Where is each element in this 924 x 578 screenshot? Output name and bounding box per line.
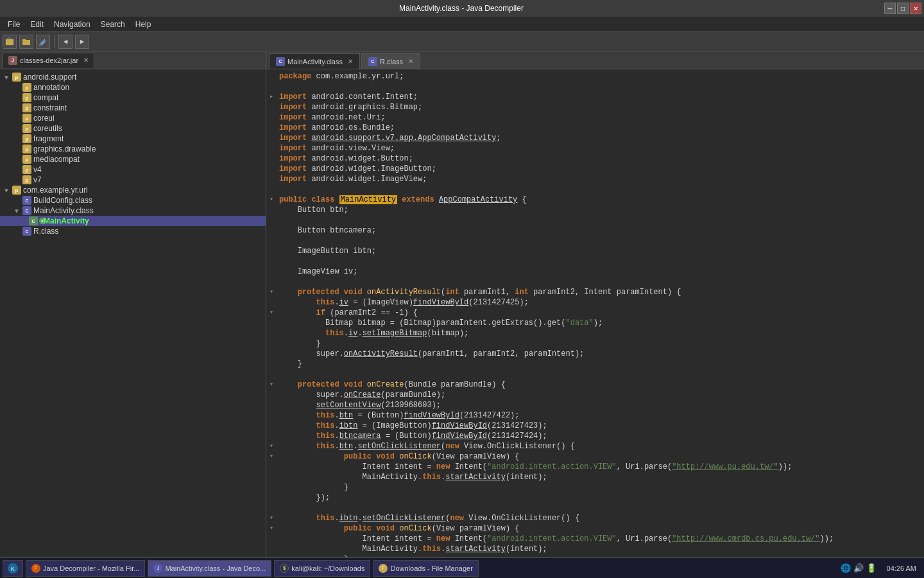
code-line-btn-onclick-close: } (266, 483, 924, 493)
code-line-btn-startactivity: MainActivity.this.startActivity(intent); (266, 473, 924, 483)
tree-item-com-example[interactable]: ▼ p com.example.yr.url (0, 185, 266, 195)
taskbar-firefox-label: Java Decompiler - Mozilla Fir... (43, 565, 139, 572)
fold-btn-if[interactable]: ▾ (266, 308, 277, 316)
fold-btn-onactresult[interactable]: ▾ (266, 288, 277, 295)
tree-toggle-constraint[interactable] (13, 104, 21, 112)
menu-edit[interactable]: Edit (25, 19, 49, 30)
tree-toggle-compat[interactable] (13, 94, 21, 101)
toolbar-folder-button[interactable] (19, 35, 33, 49)
tree-toggle-com-example[interactable]: ▼ (3, 186, 10, 194)
taskbar-firefox[interactable]: F Java Decompiler - Mozilla Fir... (26, 560, 145, 577)
tree-toggle-mainactivity[interactable]: ▼ (13, 207, 21, 215)
code-line-import4: import android.os.Bundle; (266, 123, 924, 134)
code-line-btn-assign: this.btn = (Button)findViewById(21314274… (266, 411, 924, 421)
package-icon: p (22, 155, 31, 164)
taskbar-filemanager-label: Downloads - File Manager (390, 565, 472, 572)
taskbar-jd-label: MainActivity.class - Java Deco... (165, 565, 266, 572)
taskbar-filemanager[interactable]: F Downloads - File Manager (373, 560, 478, 577)
tree-toggle-buildconfig[interactable] (13, 197, 21, 204)
tree-toggle-v4[interactable] (13, 166, 21, 173)
editor-tab-rclass-close[interactable]: ✕ (408, 58, 413, 65)
tree-item-annotation[interactable]: p annotation (0, 82, 266, 92)
fold-btn-import[interactable]: ▸ (266, 92, 277, 100)
tree-item-v4[interactable]: p v4 (0, 164, 266, 175)
tree-item-mainactivity-class[interactable]: ▼ C MainActivity.class (0, 206, 266, 216)
tree-item-android-support[interactable]: ▼ p android.support (0, 72, 266, 82)
tree-item-mediacompat[interactable]: p mediacompat (0, 154, 266, 164)
taskbar-kali-icon[interactable]: K (3, 560, 23, 577)
code-line-ibtn-intent: Intent intent = new Intent("android.inte… (266, 534, 924, 545)
tree-toggle-coreui[interactable] (13, 114, 21, 122)
package-icon: p (22, 175, 31, 184)
window-controls[interactable]: ─ □ ✕ (884, 3, 924, 14)
title-bar: MainActivity.class - Java Decompiler ─ □… (0, 0, 924, 17)
tree-item-graphics-drawable[interactable]: p graphics.drawable (0, 144, 266, 154)
tree-toggle-mediacompat[interactable] (13, 155, 21, 163)
code-line-import6: import android.view.View; (266, 144, 924, 154)
code-line-import5: import android.support.v7.app.AppCompatA… (266, 134, 924, 144)
editor-tab-rclass[interactable]: C R.class ✕ (361, 53, 420, 69)
tree-item-constraint[interactable]: p constraint (0, 103, 266, 113)
tree-toggle-annotation[interactable] (13, 83, 21, 91)
menu-file[interactable]: File (3, 19, 25, 30)
code-line-import3: import android.net.Uri; (266, 113, 924, 123)
tree-item-v7[interactable]: p v7 (0, 175, 266, 185)
toolbar-back-button[interactable]: ◀ (58, 35, 73, 49)
tree-item-buildconfig[interactable]: C BuildConfig.class (0, 195, 266, 206)
fold-btn-btn-onclick[interactable]: ▾ (266, 452, 277, 460)
package-icon: p (22, 114, 31, 123)
package-icon: p (22, 124, 31, 133)
tree-toggle-android-support[interactable]: ▼ (3, 73, 10, 81)
project-tab-close[interactable]: ✕ (83, 57, 89, 64)
minimize-button[interactable]: ─ (884, 3, 896, 14)
menu-navigation[interactable]: Navigation (49, 19, 96, 30)
tree-item-compat[interactable]: p compat (0, 92, 266, 103)
maximize-button[interactable]: □ (897, 3, 909, 14)
battery-icon: 🔋 (866, 563, 877, 574)
tree-toggle-v7[interactable] (13, 176, 21, 184)
project-tab[interactable]: J classes-dex2jar.jar ✕ (3, 53, 94, 68)
svg-rect-2 (22, 40, 30, 45)
code-line-blank1 (266, 82, 924, 92)
tree-item-mainactivity-inner[interactable]: C ● MainActivity (0, 216, 266, 226)
close-button[interactable]: ✕ (910, 3, 921, 14)
code-line-super-oncreate: super.onCreate(paramBundle); (266, 390, 924, 401)
tree-item-coreutils[interactable]: p coreutils (0, 123, 266, 134)
code-line-bitmap: Bitmap bitmap = (Bitmap)paramIntent.getE… (266, 319, 924, 329)
code-line-blank4 (266, 236, 924, 247)
taskbar-jd[interactable]: J MainActivity.class - Java Deco... (148, 560, 271, 577)
tree-toggle-coreutils[interactable] (13, 125, 21, 132)
tree-toggle-rclass[interactable] (13, 227, 21, 235)
code-line-setimagebitmap: this.iv.setImageBitmap(bitmap); (266, 329, 924, 339)
fold-btn-class[interactable]: ▾ (266, 195, 277, 203)
left-panel: J classes-dex2jar.jar ✕ ▼ p android.supp… (0, 51, 266, 557)
menu-help[interactable]: Help (130, 19, 157, 30)
toolbar-edit-button[interactable] (36, 35, 50, 49)
code-line-iv-decl: ImageView iv; (266, 267, 924, 277)
tree-toggle-graphics-drawable[interactable] (13, 145, 21, 153)
taskbar-terminal[interactable]: $ kali@kali: ~/Downloads (274, 560, 370, 577)
tree-toggle-fragment[interactable] (13, 135, 21, 143)
svg-rect-1 (6, 40, 13, 45)
tree-item-coreui[interactable]: p coreui (0, 113, 266, 123)
toolbar-open-button[interactable] (3, 35, 17, 49)
network-icon: 🌐 (841, 563, 851, 574)
code-line-btn-listener-close: }); (266, 493, 924, 504)
fold-btn-oncreate[interactable]: ▾ (266, 380, 277, 388)
fold-btn-ibtn-listener[interactable]: ▾ (266, 514, 277, 521)
code-line-ibtn-assign: this.ibtn = (ImageButton)findViewById(21… (266, 421, 924, 432)
tree-item-rclass[interactable]: C R.class (0, 226, 266, 236)
toolbar-forward-button[interactable]: ▶ (75, 35, 89, 49)
editor-tab-mainactivity[interactable]: C MainActivity.class ✕ (269, 53, 360, 69)
tree-item-fragment[interactable]: p fragment (0, 134, 266, 144)
fold-btn-btn-listener[interactable]: ▾ (266, 442, 277, 450)
svg-text:K: K (11, 566, 15, 572)
package-icon: p (22, 103, 31, 112)
code-line-class-decl: ▾ public class MainActivity extends AppC… (266, 195, 924, 206)
menu-search[interactable]: Search (96, 19, 130, 30)
code-line-btn-intent: Intent intent = new Intent("android.inte… (266, 462, 924, 473)
class-icon: C (22, 196, 31, 205)
code-editor[interactable]: package com.example.yr.url; ▸ import and… (266, 69, 924, 557)
fold-btn-ibtn-onclick[interactable]: ▾ (266, 524, 277, 532)
editor-tab-mainactivity-close[interactable]: ✕ (348, 58, 353, 65)
